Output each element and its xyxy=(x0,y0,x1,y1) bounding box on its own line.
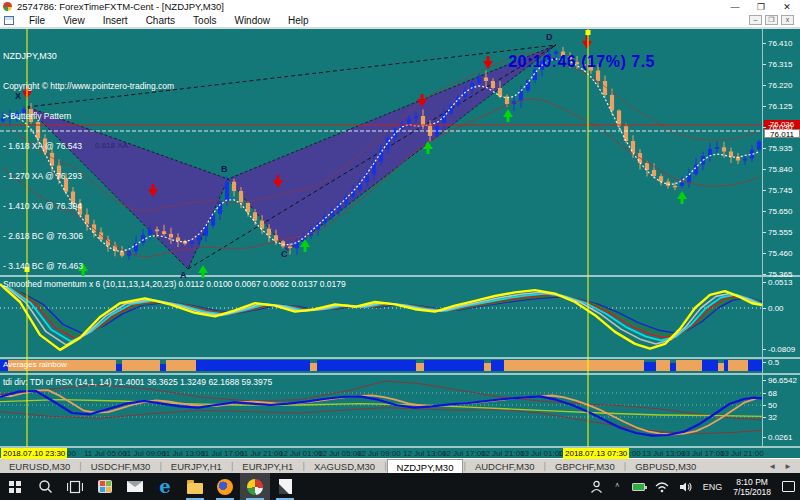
time-axis-label: 11 Jul 05:00 xyxy=(84,449,127,458)
windows-logo-icon xyxy=(9,481,21,493)
task-view-icon xyxy=(67,480,83,494)
tdi-indicator-label: tdi div: TDI of RSX (14,1, 14) 71.4001 3… xyxy=(3,377,272,387)
scale-tick-label: 75.840 xyxy=(768,165,792,174)
show-hidden-icons-button[interactable]: ＾ xyxy=(608,473,627,500)
scale-tick-label: 76.030 xyxy=(768,123,792,132)
notes-button[interactable] xyxy=(270,473,300,500)
time-axis-label: 13 Jul 17:00 xyxy=(681,449,725,458)
battery-status[interactable] xyxy=(627,473,650,500)
notepad-icon xyxy=(279,479,292,494)
pattern-level: - 1.270 XA @ 76.293 xyxy=(3,171,174,181)
chart-tab-eurusd-m30[interactable]: EURUSD,M30 xyxy=(0,459,79,473)
minimize-button[interactable]: — xyxy=(722,2,748,12)
pattern-level: - 2.618 BC @ 76.306 xyxy=(3,231,174,241)
edge-browser-icon: e xyxy=(159,478,170,496)
svg-text:C: C xyxy=(281,249,288,259)
volume-status[interactable] xyxy=(674,473,698,500)
scale-tick-label: 76.315 xyxy=(768,60,792,69)
scale-tick-label: 76.125 xyxy=(768,102,792,111)
time-axis-label: 11 Jul 09:00 xyxy=(123,449,166,458)
menu-view[interactable]: View xyxy=(54,15,94,26)
scale-tick-label: 50 xyxy=(768,401,777,410)
time-axis-label: 12 Jul 09:00 xyxy=(357,449,401,458)
firefox-button[interactable] xyxy=(210,473,240,500)
time-axis-label: 12 Jul 01:00 xyxy=(279,449,323,458)
chart-tab-eurjpy-h1[interactable]: EURJPY,H1 xyxy=(162,459,231,473)
language-indicator[interactable]: ENG xyxy=(698,473,728,500)
windows-taskbar: e ＾ ENG 8:10 PM 7/15/2018 xyxy=(0,473,800,500)
tab-scroll-controls: ◄ ► xyxy=(760,459,800,473)
indicator-copyright: Copyright © http://www.pointzero-trading… xyxy=(3,81,174,91)
chart-symbol-label: NZDJPY,M30 xyxy=(3,51,174,61)
wifi-icon xyxy=(655,481,669,493)
scale-tick-label: 32 xyxy=(768,413,777,422)
mt4-icon xyxy=(247,479,263,495)
child-restore-button[interactable]: ❐ xyxy=(765,15,778,25)
close-button[interactable]: ✕ xyxy=(774,2,800,12)
microsoft-store-button[interactable] xyxy=(90,473,120,500)
start-button[interactable] xyxy=(0,473,30,500)
fib-ratio-label: 0.618 XA xyxy=(95,141,128,150)
chart-tab-eurjpy-h1[interactable]: EURJPY,H1 xyxy=(233,459,302,473)
scale-tick-label: 68 xyxy=(768,389,777,398)
scale-tick-label: 0.0513 xyxy=(768,278,792,287)
network-status[interactable] xyxy=(650,473,674,500)
time-axis-label: 12 Jul 21:00 xyxy=(481,449,525,458)
time-axis[interactable]: 2018.07.10 23:30 2018.07.13 07:30 11 Jul… xyxy=(0,447,800,458)
menu-window[interactable]: Window xyxy=(225,15,279,26)
menu-insert[interactable]: Insert xyxy=(94,15,137,26)
file-explorer-button[interactable] xyxy=(180,473,210,500)
child-minimize-button[interactable]: – xyxy=(749,15,762,25)
firefox-icon xyxy=(217,479,233,495)
maximize-button[interactable]: ❐ xyxy=(748,2,774,12)
scale-tick-label: 75.745 xyxy=(768,186,792,195)
time-axis-label: 13 Jul 21:00 xyxy=(720,449,764,458)
menu-file[interactable]: File xyxy=(20,15,54,26)
chevron-up-icon: ＾ xyxy=(613,480,622,493)
time-axis-label: 11 Jul 13:00 xyxy=(162,449,205,458)
scale-tick-label: 75.935 xyxy=(768,144,792,153)
pattern-level: - 1.618 XA @ 76.543 xyxy=(3,141,174,151)
chart-tab-xagusd-m30[interactable]: XAGUSD,M30 xyxy=(305,459,384,473)
momentum-indicator-label: Smoothed momentum x 6 (10,11,13,14,20,23… xyxy=(3,279,346,289)
scale-tick-label: 75.460 xyxy=(768,249,792,258)
crosshair-time-badge-left: 2018.07.10 23:30 xyxy=(1,448,67,459)
child-window-controls: – ❐ x xyxy=(749,15,800,25)
chart-tab-nzdjpy-m30[interactable]: NZDJPY,M30 xyxy=(387,459,464,473)
chart-tab-gbpchf-m30[interactable]: GBPCHF,M30 xyxy=(546,459,624,473)
edge-button[interactable]: e xyxy=(150,473,180,500)
pattern-name: > Butterfly Pattern xyxy=(3,111,174,121)
tab-scroll-left-icon[interactable]: ◄ xyxy=(768,462,776,471)
menu-help[interactable]: Help xyxy=(279,15,318,26)
scale-tick-label: 0.5 xyxy=(768,358,779,367)
search-button[interactable] xyxy=(30,473,60,500)
task-view-button[interactable] xyxy=(60,473,90,500)
action-center-button[interactable] xyxy=(777,473,800,500)
taskbar-clock[interactable]: 8:10 PM 7/15/2018 xyxy=(727,477,777,497)
action-center-icon xyxy=(782,481,795,492)
time-axis-label: 12 Jul 05:00 xyxy=(318,449,362,458)
time-axis-label: 11 Jul 21:00 xyxy=(240,449,283,458)
chart-workspace: XABCD NZDJPY,M30 Copyright © http://www.… xyxy=(0,28,800,447)
price-scale[interactable]: 76.036 76.011 76.41076.31576.22076.12576… xyxy=(762,29,800,448)
averages-rainbow-label: Averages rainbow xyxy=(3,360,67,369)
scale-tick-label: 96.6542 xyxy=(768,376,797,385)
svg-text:B: B xyxy=(221,164,228,174)
people-button[interactable] xyxy=(585,473,608,500)
mail-button[interactable] xyxy=(120,473,150,500)
chart-tab-usdchf-m30[interactable]: USDCHF,M30 xyxy=(82,459,160,473)
menu-bar: File View Insert Charts Tools Window Hel… xyxy=(0,13,800,28)
clock-time: 8:10 PM xyxy=(733,477,771,487)
chart-tab-gbpusd-m30[interactable]: GBPUSD,M30 xyxy=(626,459,705,473)
search-icon xyxy=(38,479,53,494)
scale-tick-label: 75.555 xyxy=(768,228,792,237)
candle-countdown-clock: 20:10:46 (17%) 7.5 xyxy=(508,53,655,71)
menu-tools[interactable]: Tools xyxy=(184,15,225,26)
child-close-button[interactable]: x xyxy=(781,15,794,25)
tab-scroll-right-icon[interactable]: ► xyxy=(784,462,792,471)
title-bar: 2574786: ForexTimeFXTM-Cent - [NZDJPY,M3… xyxy=(0,0,800,13)
chart-tab-audchf-m30[interactable]: AUDCHF,M30 xyxy=(466,459,544,473)
mt4-taskbar-button[interactable] xyxy=(240,473,270,500)
menu-charts[interactable]: Charts xyxy=(137,15,184,26)
scale-tick-label: 76.220 xyxy=(768,81,792,90)
